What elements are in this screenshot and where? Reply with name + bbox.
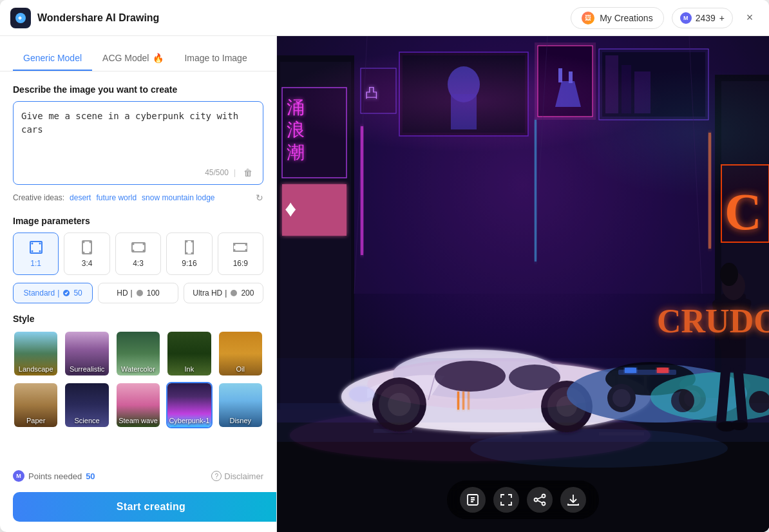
quality-hd-sep: | [131, 289, 133, 298]
quality-standard-sep: | [57, 289, 59, 298]
share-button[interactable] [527, 487, 553, 513]
tab-image-to-image-label: Image to Image [184, 53, 247, 63]
prompt-textarea[interactable]: Give me a scene in a cyberpunk city with… [21, 109, 255, 161]
svg-point-9 [83, 252, 85, 254]
style-disney-label: Disney [219, 417, 262, 424]
disclaimer-label: Disclaimer [224, 471, 263, 481]
image-parameters-label: Image parameters [13, 216, 263, 226]
points-value: 50 [86, 471, 95, 481]
quality-ultrahd-button[interactable]: Ultra HD | 200 [184, 283, 263, 303]
ratio-16-9-button[interactable]: 16:9 [218, 233, 263, 275]
style-disney-thumb: Disney [219, 383, 262, 427]
style-science[interactable]: Science [64, 382, 109, 428]
right-panel: 涌 浪 潮 ♦ C [277, 36, 769, 532]
points-icon: M [13, 470, 24, 482]
style-ink-label: Ink [167, 365, 211, 373]
svg-point-2 [31, 243, 33, 245]
style-cyberpunk-thumb: Cyberpunk-1 [167, 383, 211, 427]
svg-line-130 [538, 500, 542, 503]
prompt-section: Describe the image you want to create Gi… [13, 84, 263, 185]
svg-point-17 [185, 241, 187, 243]
close-button[interactable]: × [741, 9, 759, 27]
svg-point-110 [720, 263, 738, 286]
idea-desert[interactable]: desert [70, 193, 91, 202]
points-info: M Points needed 50 [13, 470, 211, 482]
tab-generic-model-label: Generic Model [23, 53, 82, 63]
style-ink[interactable]: Ink [166, 330, 212, 377]
svg-point-3 [39, 243, 41, 245]
style-disney[interactable]: Disney [218, 382, 263, 428]
svg-text:♦: ♦ [285, 195, 296, 222]
char-count: 45/500 [205, 168, 229, 177]
app-logo [10, 8, 31, 28]
svg-rect-117 [277, 358, 769, 423]
svg-point-128 [542, 502, 546, 506]
ratio-9-16-button[interactable]: 9:16 [166, 233, 212, 275]
style-oil[interactable]: Oil [218, 330, 263, 377]
idea-future-world[interactable]: future world [96, 193, 137, 202]
creative-ideas: Creative ideas: desert future world snow… [13, 193, 263, 203]
main-content: Generic Model ACG Model 🔥 Image to Image… [0, 36, 769, 532]
style-watercolor-label: Watercolor [117, 365, 160, 373]
idea-snow-mountain[interactable]: snow mountain lodge [142, 193, 214, 202]
disclaimer-button[interactable]: ? Disclaimer [211, 471, 263, 481]
style-steam-wave[interactable]: Steam wave [115, 382, 161, 428]
tab-generic-model[interactable]: Generic Model [13, 46, 92, 71]
ratio-4-3-button[interactable]: 4:3 [115, 233, 161, 275]
style-cyberpunk-1[interactable]: Cyberpunk-1 [166, 382, 212, 428]
quality-ultrahd-points: 200 [241, 289, 254, 298]
quality-hd-label: HD [117, 289, 128, 298]
fire-icon: 🔥 [153, 53, 164, 63]
svg-rect-122 [361, 126, 363, 255]
left-panel: Generic Model ACG Model 🔥 Image to Image… [0, 36, 277, 532]
tab-acg-model[interactable]: ACG Model 🔥 [92, 46, 174, 71]
style-section-label: Style [13, 314, 263, 324]
svg-point-127 [535, 499, 538, 502]
style-paper[interactable]: Paper [13, 382, 59, 428]
title-bar: Wondershare AI Drawing 🖼 My Creations M … [0, 0, 769, 36]
quality-hd-button[interactable]: HD | 100 [98, 283, 178, 303]
tab-acg-model-label: ACG Model [102, 53, 149, 63]
edit-button[interactable] [460, 487, 486, 513]
svg-rect-123 [535, 120, 536, 261]
ratio-3-4-button[interactable]: 3:4 [64, 233, 109, 275]
ratio-16-9-icon [233, 240, 248, 255]
divider: | [234, 168, 236, 177]
style-landscape[interactable]: Landscape [13, 330, 59, 377]
credits-button[interactable]: M 2439 + [672, 8, 733, 28]
my-creations-button[interactable]: 🖼 My Creations [571, 7, 663, 29]
cyberpunk-scene-svg: 涌 浪 潮 ♦ C [277, 36, 769, 532]
ratio-9-16-label: 9:16 [182, 259, 196, 268]
style-landscape-thumb: Landscape [14, 332, 57, 375]
fullscreen-button[interactable] [493, 487, 519, 513]
app-title: Wondershare AI Drawing [37, 12, 571, 24]
style-science-thumb: Science [65, 383, 108, 427]
ratio-1-1-button[interactable]: 1:1 [13, 233, 59, 275]
quality-standard-button[interactable]: Standard | 50 [13, 283, 93, 303]
quality-standard-icon [62, 289, 71, 298]
quality-grid: Standard | 50 HD | [13, 283, 263, 303]
style-surrealistic[interactable]: Surrealistic [64, 330, 109, 377]
svg-point-25 [245, 249, 247, 251]
style-paper-thumb: Paper [14, 383, 57, 427]
svg-text:潮: 潮 [287, 142, 305, 162]
style-section: Style Landscape Surrealistic [13, 314, 263, 428]
clear-button[interactable]: 🗑 [241, 166, 255, 179]
quality-ultrahd-icon [229, 289, 238, 298]
download-button[interactable] [560, 487, 586, 513]
ratio-1-1-icon [28, 240, 44, 255]
prompt-textarea-wrapper: Give me a scene in a cyberpunk city with… [13, 101, 263, 185]
quality-ultrahd-sep: | [225, 289, 227, 298]
app-window: Wondershare AI Drawing 🖼 My Creations M … [0, 0, 769, 532]
ratio-4-3-icon [131, 240, 146, 255]
style-oil-label: Oil [219, 365, 262, 373]
image-toolbar [447, 480, 599, 519]
start-creating-button[interactable]: Start creating [13, 492, 277, 522]
tab-image-to-image[interactable]: Image to Image [174, 46, 257, 71]
style-watercolor[interactable]: Watercolor [115, 330, 161, 377]
ratio-grid: 1:1 [13, 233, 263, 275]
ratio-1-1-label: 1:1 [30, 259, 41, 268]
title-bar-actions: 🖼 My Creations M 2439 + × [571, 7, 759, 29]
svg-point-10 [90, 252, 91, 254]
refresh-ideas-button[interactable]: ↻ [256, 193, 263, 203]
